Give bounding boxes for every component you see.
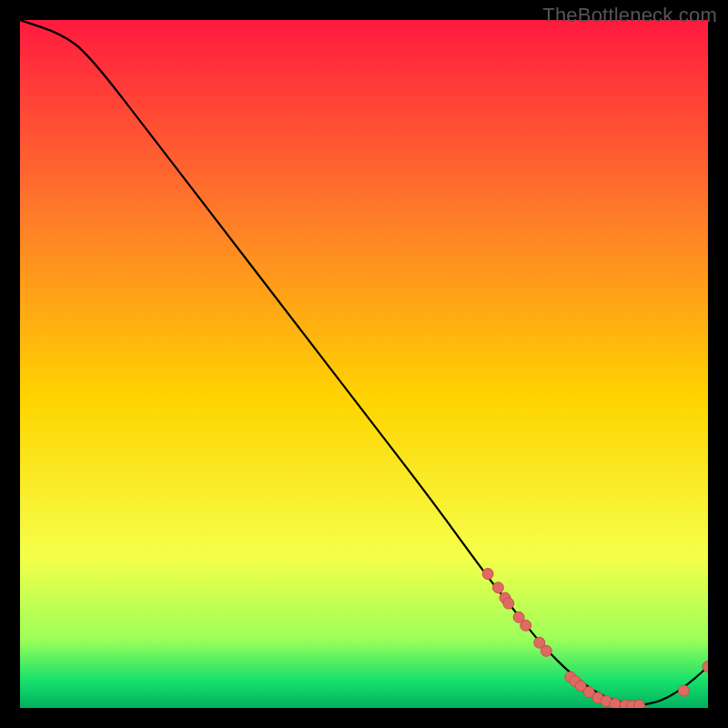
watermark-text: TheBottleneck.com	[542, 4, 717, 27]
data-marker	[679, 685, 690, 696]
chart-stage: TheBottleneck.com	[0, 0, 728, 728]
chart-svg	[20, 20, 708, 708]
data-marker	[521, 620, 531, 631]
plot-area	[20, 20, 708, 708]
data-marker	[610, 699, 621, 709]
data-marker	[541, 645, 551, 656]
data-marker	[492, 582, 503, 593]
data-marker	[633, 700, 644, 708]
data-marker	[503, 598, 514, 609]
data-marker	[482, 569, 493, 580]
gradient-backdrop	[20, 20, 708, 708]
